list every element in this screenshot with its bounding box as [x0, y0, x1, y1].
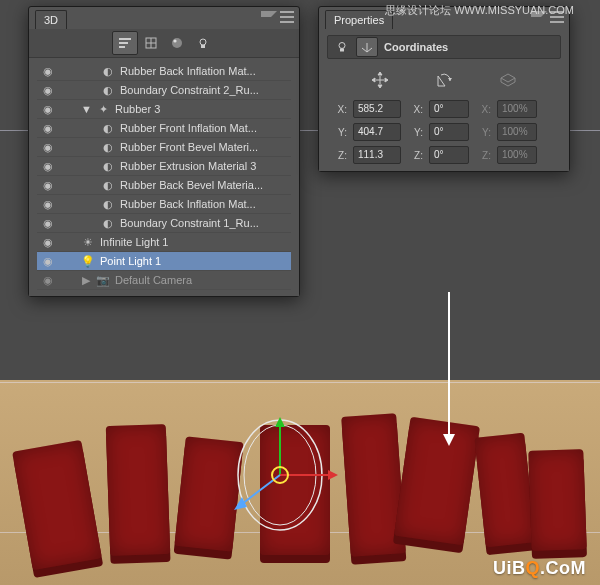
- tree-label: Rubber Back Inflation Mat...: [120, 195, 287, 213]
- annotation-arrow-icon: [442, 288, 456, 448]
- svg-marker-7: [234, 497, 247, 510]
- coord-label: Z:: [331, 150, 347, 161]
- coord-x-position[interactable]: 585.2: [353, 100, 401, 118]
- visibility-eye-icon[interactable]: ◉: [41, 121, 55, 135]
- 3d-filter-toolbar: [29, 29, 299, 58]
- svg-line-24: [362, 48, 367, 52]
- filter-light-icon[interactable]: [190, 31, 216, 55]
- coordinates-grid: X: 585.2 X: 0° X: 100% Y: 404.7 Y: 0° Y:…: [327, 99, 561, 165]
- coord-label: Z:: [407, 150, 423, 161]
- transform-mode-toolbar: [327, 63, 561, 99]
- visibility-eye-icon[interactable]: ◉: [41, 254, 55, 268]
- svg-point-19: [200, 39, 206, 45]
- 3d-move-gizmo[interactable]: [220, 415, 340, 535]
- visibility-eye-icon[interactable]: ◉: [41, 64, 55, 78]
- svg-marker-3: [275, 417, 285, 427]
- tree-row[interactable]: ◉◐Rubber Back Inflation Mat...: [37, 195, 291, 214]
- tree-label: Infinite Light 1: [100, 233, 287, 251]
- coord-label: X:: [475, 104, 491, 115]
- properties-panel[interactable]: Properties Coordinates X: 585.2 X: 0° X:…: [318, 6, 570, 172]
- panel-menu-icon[interactable]: [550, 11, 564, 23]
- camera-icon: 📷: [96, 273, 110, 287]
- sun-light-icon: ☀: [81, 235, 95, 249]
- tab-3d[interactable]: 3D: [35, 10, 67, 29]
- coord-z-position[interactable]: 111.3: [353, 146, 401, 164]
- guide-line: [0, 382, 600, 383]
- svg-rect-20: [201, 45, 205, 48]
- svg-point-18: [173, 39, 176, 42]
- visibility-eye-icon[interactable]: ◉: [41, 197, 55, 211]
- coord-label: Y:: [475, 127, 491, 138]
- tree-row[interactable]: ◉◐Boundary Constraint 1_Ru...: [37, 214, 291, 233]
- svg-marker-10: [443, 434, 455, 446]
- material-sphere-icon: ◐: [101, 121, 115, 135]
- tree-row[interactable]: ◉◐Rubber Extrusion Material 3: [37, 157, 291, 176]
- disclosure-triangle-icon[interactable]: ▶: [81, 271, 91, 289]
- visibility-eye-icon[interactable]: ◉: [41, 235, 55, 249]
- panel-flyout-icon[interactable]: [261, 11, 277, 27]
- filter-material-icon[interactable]: [164, 31, 190, 55]
- filter-mesh-icon[interactable]: [138, 31, 164, 55]
- tree-label: Rubber Back Bevel Materia...: [120, 176, 287, 194]
- coord-y-scale: 100%: [497, 123, 537, 141]
- scale-mode-icon[interactable]: [497, 69, 519, 91]
- tree-row[interactable]: ◉💡Point Light 1: [37, 252, 291, 271]
- 3d-panel[interactable]: 3D ◉◐Rubber Back Inflation Mat... ◉◐Boun…: [28, 6, 300, 297]
- svg-line-25: [367, 48, 372, 52]
- panel-titlebar[interactable]: 3D: [29, 7, 299, 29]
- coordinates-tab-icon[interactable]: [356, 37, 378, 57]
- tab-properties[interactable]: Properties: [325, 10, 393, 29]
- tree-label: Boundary Constraint 1_Ru...: [120, 214, 287, 232]
- svg-line-6: [238, 475, 280, 507]
- tree-row[interactable]: ◉◐Rubber Front Inflation Mat...: [37, 119, 291, 138]
- svg-marker-27: [448, 78, 452, 81]
- tree-label: Rubber Back Inflation Mat...: [120, 62, 287, 80]
- visibility-eye-icon[interactable]: ◉: [41, 273, 55, 287]
- mesh-icon: ✦: [96, 102, 110, 116]
- panel-flyout-icon[interactable]: [531, 11, 547, 27]
- coord-y-rotation[interactable]: 0°: [429, 123, 469, 141]
- coord-y-position[interactable]: 404.7: [353, 123, 401, 141]
- bulb-light-icon: 💡: [81, 254, 95, 268]
- visibility-eye-icon[interactable]: ◉: [41, 216, 55, 230]
- tree-row[interactable]: ◉▶📷Default Camera: [37, 271, 291, 290]
- visibility-eye-icon[interactable]: ◉: [41, 159, 55, 173]
- material-sphere-icon: ◐: [101, 197, 115, 211]
- tab-label: 3D: [44, 14, 58, 26]
- visibility-eye-icon[interactable]: ◉: [41, 102, 55, 116]
- svg-point-8: [272, 467, 288, 483]
- scene-tree[interactable]: ◉◐Rubber Back Inflation Mat... ◉◐Boundar…: [37, 62, 291, 290]
- tab-label: Properties: [334, 14, 384, 26]
- visibility-eye-icon[interactable]: ◉: [41, 140, 55, 154]
- tree-row[interactable]: ◉▼✦Rubber 3: [37, 100, 291, 119]
- svg-point-1: [244, 425, 316, 525]
- material-sphere-icon: ◐: [101, 83, 115, 97]
- bulb-light-icon: [334, 39, 350, 55]
- material-sphere-icon: ◐: [101, 64, 115, 78]
- material-sphere-icon: ◐: [101, 159, 115, 173]
- tree-row[interactable]: ◉◐Rubber Back Inflation Mat...: [37, 62, 291, 81]
- material-sphere-icon: ◐: [101, 216, 115, 230]
- tree-row[interactable]: ◉◐Rubber Back Bevel Materia...: [37, 176, 291, 195]
- coord-z-rotation[interactable]: 0°: [429, 146, 469, 164]
- coord-x-rotation[interactable]: 0°: [429, 100, 469, 118]
- svg-point-21: [339, 43, 345, 49]
- move-mode-icon[interactable]: [369, 69, 391, 91]
- guide-line: [0, 532, 600, 533]
- filter-scene-icon[interactable]: [112, 31, 138, 55]
- svg-point-0: [238, 420, 322, 530]
- visibility-eye-icon[interactable]: ◉: [41, 83, 55, 97]
- tree-row[interactable]: ◉☀Infinite Light 1: [37, 233, 291, 252]
- disclosure-triangle-icon[interactable]: ▼: [81, 100, 91, 118]
- tree-row[interactable]: ◉◐Boundary Constraint 2_Ru...: [37, 81, 291, 100]
- svg-rect-11: [119, 38, 131, 40]
- tree-row[interactable]: ◉◐Rubber Front Bevel Materi...: [37, 138, 291, 157]
- svg-point-17: [172, 38, 182, 48]
- material-sphere-icon: ◐: [101, 140, 115, 154]
- panel-menu-icon[interactable]: [280, 11, 294, 23]
- properties-section-header[interactable]: Coordinates: [327, 35, 561, 59]
- rotate-mode-icon[interactable]: [433, 69, 455, 91]
- visibility-eye-icon[interactable]: ◉: [41, 178, 55, 192]
- tree-label: Rubber Front Bevel Materi...: [120, 138, 287, 156]
- svg-rect-13: [119, 46, 125, 48]
